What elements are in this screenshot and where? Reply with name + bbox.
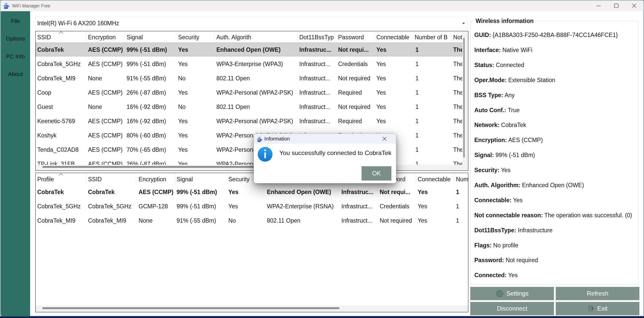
svg-text:WiFi: WiFi	[258, 139, 261, 141]
svg-text:WiFi: WiFi	[5, 6, 7, 7]
